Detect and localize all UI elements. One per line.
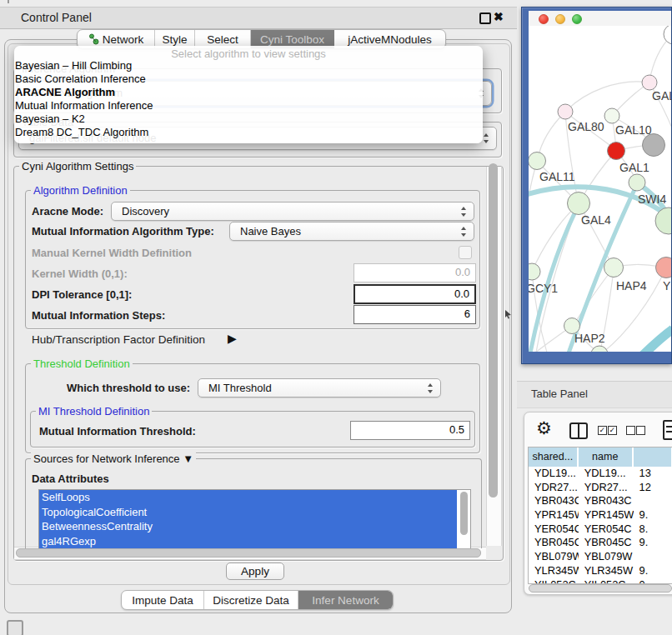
settings-hscrollbar-thumb[interactable] <box>16 548 481 558</box>
table-row[interactable]: YER054CYER054C8. <box>529 522 672 537</box>
tab-discretize-data[interactable]: Discretize Data <box>204 591 298 609</box>
column-header[interactable]: name <box>579 448 634 467</box>
table-row[interactable]: YBR045CYBR045C9. <box>529 536 672 550</box>
network-node[interactable] <box>629 174 645 191</box>
table-hscrollbar-thumb[interactable] <box>529 584 672 592</box>
table-cell: YLR345W <box>529 564 579 578</box>
algorithm-option[interactable]: Dream8 DC_TDC Algorithm <box>15 126 153 139</box>
float-window-icon[interactable] <box>479 12 491 24</box>
network-node[interactable] <box>591 346 608 352</box>
unselect-all-checkbox-icon[interactable] <box>626 426 635 435</box>
network-canvas[interactable]: GALGAL80GAL10GAL1GAL11SWI4GAL4YGCY1HAP4H… <box>529 26 671 352</box>
table-row[interactable]: YIL052CYIL052C0. <box>529 578 672 585</box>
popup-header: Select algorithm to view settings <box>14 48 483 60</box>
select-all-checkbox-icon2[interactable] <box>608 426 617 435</box>
network-edge[interactable] <box>529 161 537 268</box>
which-threshold-combo[interactable]: MI Threshold <box>198 378 441 398</box>
table-panel-title: Table Panel <box>531 388 588 400</box>
node-label: GAL80 <box>568 120 604 133</box>
sources-collapse-icon[interactable]: ▼ <box>183 452 193 465</box>
settings-vscrollbar-thumb[interactable] <box>489 163 498 498</box>
table-function-icon[interactable] <box>663 420 672 440</box>
unselect-all-checkbox-icon2[interactable] <box>636 426 645 435</box>
algorithm-option[interactable]: Bayesian – K2 <box>15 112 153 126</box>
top-left-tick <box>8 0 9 3</box>
table-row[interactable]: YBR043CYBR043C <box>529 494 672 508</box>
network-node[interactable] <box>656 258 672 278</box>
table-cell: YBL079W <box>529 550 579 564</box>
network-node[interactable] <box>643 134 665 157</box>
network-window-titlebar[interactable] <box>529 11 671 27</box>
hub-expand-icon[interactable]: ▶ <box>228 332 237 345</box>
kernel-width-field[interactable]: 0.0 <box>354 263 476 282</box>
list-scrollbar-thumb[interactable] <box>460 492 468 535</box>
close-window-icon[interactable]: ✖ <box>494 10 504 23</box>
mi-type-combo[interactable]: Naive Bayes <box>229 222 474 241</box>
node-label: GAL <box>652 89 671 102</box>
gear-icon[interactable]: ⚙ <box>536 418 552 438</box>
network-node[interactable] <box>664 26 671 44</box>
network-window[interactable]: GALGAL80GAL10GAL1GAL11SWI4GAL4YGCY1HAP4H… <box>521 7 672 364</box>
combo-arrows-icon <box>428 383 434 393</box>
algorithm-option[interactable]: Mutual Information Inference <box>15 99 153 112</box>
algorithm-option[interactable]: Bayesian – Hill Climbing <box>15 59 153 72</box>
data-attributes-list[interactable]: SelfLoopsTopologicalCoefficientBetweenne… <box>38 489 471 548</box>
column-header[interactable]: shared... <box>529 448 579 467</box>
table-row[interactable]: YDR27...YDR27...12 <box>529 481 672 495</box>
data-attribute-item[interactable]: SelfLoops <box>39 490 457 505</box>
network-edge[interactable] <box>567 82 649 110</box>
network-edge[interactable] <box>580 151 616 201</box>
mi-type-label: Mutual Information Algorithm Type: <box>32 225 214 238</box>
kernel-width-label: Kernel Width (0,1): <box>32 268 128 280</box>
network-node[interactable] <box>642 75 657 90</box>
table-cell: YLR345W <box>579 564 634 578</box>
zoom-traffic-light[interactable] <box>572 14 582 24</box>
close-traffic-light[interactable] <box>539 14 549 24</box>
combo-arrows-icon <box>461 207 467 217</box>
control-panel-titlebar[interactable]: Control Panel ✖ <box>0 7 517 29</box>
network-node[interactable] <box>529 263 540 280</box>
tab-impute-data[interactable]: Impute Data <box>122 591 204 609</box>
mi-threshold-field[interactable]: 0.5 <box>350 421 470 440</box>
mi-steps-field[interactable]: 6 <box>354 305 476 324</box>
mouse-cursor <box>504 310 513 319</box>
table-row[interactable]: YDL19...YDL19...13 <box>529 467 672 481</box>
network-node[interactable] <box>604 108 619 123</box>
tab-infer-network[interactable]: Infer Network <box>298 591 393 609</box>
table-cell: YER054C <box>579 522 634 537</box>
hub-definition-label[interactable]: Hub/Transcription Factor Definition <box>32 333 205 346</box>
network-node[interactable] <box>529 152 546 170</box>
data-attribute-item[interactable]: gal4RGexp <box>39 534 457 549</box>
algorithm-dropdown-popup: Select algorithm to view settings Bayesi… <box>14 46 483 143</box>
algorithm-option[interactable]: Basic Correlation Inference <box>15 72 153 86</box>
network-edge[interactable] <box>633 329 671 352</box>
network-node[interactable] <box>568 192 590 215</box>
table-cell: YPR145W <box>529 508 579 522</box>
table-cell <box>634 494 672 508</box>
columns-icon[interactable] <box>569 422 588 439</box>
table-cell: 13 <box>634 467 672 481</box>
network-node[interactable] <box>558 104 573 119</box>
minimize-traffic-light[interactable] <box>555 14 565 24</box>
combo-arrows-icon <box>484 133 489 143</box>
dpi-tolerance-field[interactable]: 0.0 <box>354 284 476 304</box>
manual-kernel-checkbox[interactable] <box>459 246 472 259</box>
table-row[interactable]: YLR345WYLR345W9. <box>529 564 672 578</box>
aracne-mode-combo[interactable]: Discovery <box>111 202 474 221</box>
apply-button[interactable]: Apply <box>226 562 284 580</box>
network-edge[interactable] <box>538 112 565 158</box>
column-header[interactable] <box>634 448 672 467</box>
manual-kernel-label: Manual Kernel Width Definition <box>32 247 192 259</box>
algorithm-option[interactable]: ARACNE Algorithm <box>15 86 153 99</box>
table-cell: 9. <box>634 564 672 578</box>
table-cell: 9. <box>634 508 672 522</box>
select-all-checkbox-icon[interactable] <box>598 426 607 435</box>
network-node[interactable] <box>608 142 625 160</box>
data-attribute-item[interactable]: TopologicalCoefficient <box>39 505 457 520</box>
table-row[interactable]: YBL079WYBL079W <box>529 550 672 564</box>
data-attribute-item[interactable]: BetweennessCentrality <box>39 519 457 534</box>
table-row[interactable]: YPR145WYPR145W9. <box>529 508 672 522</box>
float-grip[interactable] <box>7 620 23 635</box>
node-table[interactable]: shared...nameYDL19...YDL19...13YDR27...Y… <box>528 447 672 584</box>
network-node[interactable] <box>604 258 624 278</box>
